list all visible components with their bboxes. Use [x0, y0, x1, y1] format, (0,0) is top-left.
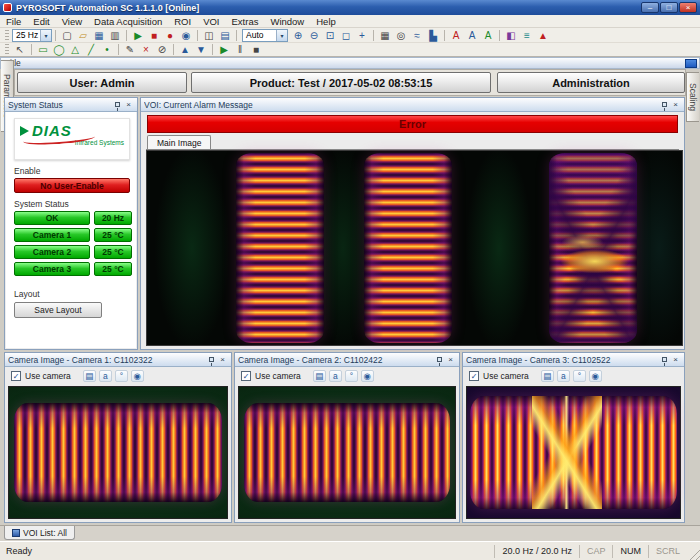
roi-rectangle-icon[interactable]: ▭: [35, 43, 51, 56]
autoscale-icon[interactable]: a: [557, 370, 570, 382]
tab-scaling[interactable]: Scaling: [686, 72, 699, 122]
main-thermal-image: [146, 150, 683, 346]
histogram-icon[interactable]: ▙: [425, 29, 441, 42]
label-green-icon[interactable]: A: [480, 29, 496, 42]
menu-extras[interactable]: Extras: [226, 15, 265, 27]
pin-icon[interactable]: [434, 355, 445, 365]
select-icon[interactable]: ↖: [12, 43, 28, 56]
product-button[interactable]: Product: Test / 2017-05-02 08:53:15: [191, 72, 491, 93]
edit-icon[interactable]: ✎: [122, 43, 138, 56]
menu-file[interactable]: File: [0, 15, 27, 27]
zoom-original-icon[interactable]: ◻: [338, 29, 354, 42]
chevron-down-icon[interactable]: ▾: [276, 30, 287, 41]
crosshair-icon[interactable]: ◎: [393, 29, 409, 42]
new-icon[interactable]: ▢: [59, 29, 75, 42]
thermal-tube-1: [236, 153, 324, 343]
scale-mode-combo[interactable]: Auto ▾: [242, 29, 288, 42]
camera2-panel: Camera Image - Camera 2: C1102422 × ✓ Us…: [234, 352, 460, 523]
close-icon[interactable]: ×: [670, 355, 681, 365]
use-camera-checkbox[interactable]: ✓: [11, 371, 21, 381]
delete-icon[interactable]: ×: [138, 43, 154, 56]
menu-window[interactable]: Window: [264, 15, 310, 27]
stop-acquisition-icon[interactable]: ■: [146, 29, 162, 42]
play-icon[interactable]: ▶: [216, 43, 232, 56]
roi-ellipse-icon[interactable]: ◯: [51, 43, 67, 56]
dock-indicator-icon[interactable]: [685, 59, 697, 68]
roi-line-icon[interactable]: ╱: [83, 43, 99, 56]
pause-icon[interactable]: ‖: [232, 43, 248, 56]
camera3-toolbar: ✓ Use camera ▤ a ° ◉: [464, 367, 683, 385]
autoscale-icon[interactable]: a: [329, 370, 342, 382]
tab-voi-list[interactable]: VOI List: All: [4, 526, 75, 540]
menu-help[interactable]: Help: [310, 15, 342, 27]
menu-view[interactable]: View: [56, 15, 88, 27]
print-icon[interactable]: ▥: [107, 29, 123, 42]
save-layout-button[interactable]: Save Layout: [14, 302, 102, 318]
pin-icon[interactable]: [112, 100, 123, 110]
profile-icon[interactable]: ≈: [409, 29, 425, 42]
pin-icon[interactable]: [659, 355, 670, 365]
user-enable-button[interactable]: No User-Enable: [14, 178, 130, 193]
palette-icon[interactable]: ▤: [313, 370, 326, 382]
administration-button[interactable]: Administration: [497, 72, 685, 93]
layout-icon[interactable]: ◫: [201, 29, 217, 42]
roi-polygon-icon[interactable]: △: [67, 43, 83, 56]
toolbar-separator: [197, 30, 198, 41]
temperature-icon[interactable]: °: [573, 370, 586, 382]
label-blue-icon[interactable]: A: [464, 29, 480, 42]
camera1-temp-lamp: 25 °C: [94, 228, 132, 242]
palette-icon[interactable]: ▤: [83, 370, 96, 382]
close-icon[interactable]: ×: [445, 355, 456, 365]
move-up-icon[interactable]: ▲: [177, 43, 193, 56]
pin-icon[interactable]: [659, 100, 670, 110]
isotherm-icon[interactable]: ≡: [519, 29, 535, 42]
palette-icon[interactable]: ▤: [541, 370, 554, 382]
minimize-button[interactable]: –: [641, 2, 659, 13]
record-icon[interactable]: ●: [162, 29, 178, 42]
user-button[interactable]: User: Admin: [17, 72, 187, 93]
temperature-icon[interactable]: °: [345, 370, 358, 382]
close-button[interactable]: ×: [679, 2, 697, 13]
menu-data-acquisition[interactable]: Data Acquisition: [88, 15, 168, 27]
menu-roi[interactable]: ROI: [168, 15, 197, 27]
toolbar-grip[interactable]: [5, 44, 9, 55]
zoom-out-icon[interactable]: ⊖: [306, 29, 322, 42]
save-icon[interactable]: ▦: [91, 29, 107, 42]
label-red-icon[interactable]: A: [448, 29, 464, 42]
detail-icon[interactable]: ◉: [589, 370, 602, 382]
start-acquisition-icon[interactable]: ▶: [130, 29, 146, 42]
snapshot-icon[interactable]: ◉: [178, 29, 194, 42]
report-icon[interactable]: ▤: [217, 29, 233, 42]
toolbar-separator: [212, 44, 213, 55]
close-icon[interactable]: ×: [217, 355, 228, 365]
toolbar-grip[interactable]: [5, 30, 9, 41]
grid-icon[interactable]: ▦: [377, 29, 393, 42]
autoscale-icon[interactable]: a: [99, 370, 112, 382]
roi-point-icon[interactable]: •: [99, 43, 115, 56]
alarm-icon[interactable]: ▲: [535, 29, 551, 42]
detail-icon[interactable]: ◉: [361, 370, 374, 382]
zoom-in-icon[interactable]: ⊕: [290, 29, 306, 42]
open-icon[interactable]: ▱: [75, 29, 91, 42]
frame-rate-combo[interactable]: 25 Hz ▾: [12, 29, 52, 42]
stop-icon[interactable]: ■: [248, 43, 264, 56]
close-icon[interactable]: ×: [123, 100, 134, 110]
tab-main-image[interactable]: Main Image: [147, 135, 211, 150]
zoom-fit-icon[interactable]: ⊡: [322, 29, 338, 42]
resize-grip[interactable]: [687, 547, 700, 560]
use-camera-checkbox[interactable]: ✓: [241, 371, 251, 381]
pin-icon[interactable]: [206, 355, 217, 365]
disable-icon[interactable]: ⊘: [154, 43, 170, 56]
temperature-icon[interactable]: °: [115, 370, 128, 382]
close-icon[interactable]: ×: [670, 100, 681, 110]
pan-icon[interactable]: +: [354, 29, 370, 42]
menu-voi[interactable]: VOI: [197, 15, 225, 27]
use-camera-checkbox[interactable]: ✓: [469, 371, 479, 381]
palette-icon[interactable]: ◧: [503, 29, 519, 42]
move-down-icon[interactable]: ▼: [193, 43, 209, 56]
system-status-panel: System Status × DIAS Infrared Systems En…: [4, 97, 138, 350]
maximize-button[interactable]: □: [660, 2, 678, 13]
chevron-down-icon[interactable]: ▾: [40, 30, 51, 41]
menu-edit[interactable]: Edit: [27, 15, 55, 27]
detail-icon[interactable]: ◉: [131, 370, 144, 382]
